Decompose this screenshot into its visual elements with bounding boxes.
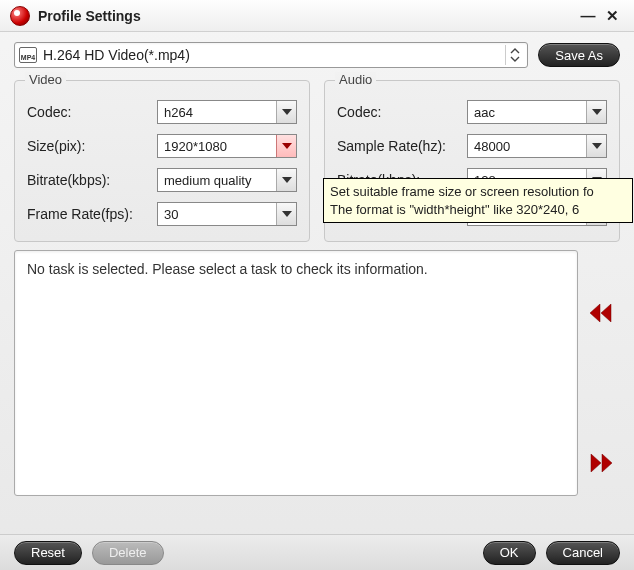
video-bitrate-label: Bitrate(kbps): <box>27 172 157 188</box>
video-bitrate-value: medium quality <box>158 173 276 188</box>
video-group: Video Codec: h264 Size(pix): 1920*1080 B… <box>14 80 310 242</box>
video-size-select[interactable]: 1920*1080 <box>157 134 297 158</box>
audio-codec-value: aac <box>468 105 586 120</box>
mp4-format-icon: MP4 <box>19 47 37 63</box>
cancel-button[interactable]: Cancel <box>546 541 620 565</box>
video-size-value: 1920*1080 <box>158 139 276 154</box>
double-left-icon <box>590 304 612 322</box>
video-codec-label: Codec: <box>27 104 157 120</box>
app-icon <box>10 6 30 26</box>
ok-button[interactable]: OK <box>483 541 536 565</box>
video-codec-value: h264 <box>158 105 276 120</box>
chevron-down-icon <box>586 135 606 157</box>
next-button[interactable] <box>586 450 616 476</box>
profile-select-value: H.264 HD Video(*.mp4) <box>43 47 505 63</box>
audio-group-title: Audio <box>335 72 376 87</box>
chevron-down-icon <box>586 101 606 123</box>
audio-rate-label: Sample Rate(hz): <box>337 138 467 154</box>
double-right-icon <box>590 454 612 472</box>
reset-button[interactable]: Reset <box>14 541 82 565</box>
chevron-updown-icon <box>505 45 523 65</box>
save-as-button[interactable]: Save As <box>538 43 620 67</box>
title-bar: Profile Settings — ✕ <box>0 0 634 32</box>
audio-codec-select[interactable]: aac <box>467 100 607 124</box>
chevron-down-icon <box>276 101 296 123</box>
minimize-button[interactable]: — <box>576 6 600 26</box>
footer-bar: Reset Delete OK Cancel <box>0 534 634 570</box>
video-fps-label: Frame Rate(fps): <box>27 206 157 222</box>
audio-rate-value: 48000 <box>468 139 586 154</box>
size-tooltip: Set suitable frame size or screen resolu… <box>323 178 633 223</box>
audio-rate-select[interactable]: 48000 <box>467 134 607 158</box>
task-info-text: No task is selected. Please select a tas… <box>27 261 428 277</box>
audio-codec-label: Codec: <box>337 104 467 120</box>
chevron-down-icon <box>276 135 296 157</box>
task-info-panel: No task is selected. Please select a tas… <box>14 250 578 496</box>
delete-button[interactable]: Delete <box>92 541 164 565</box>
profile-select[interactable]: MP4 H.264 HD Video(*.mp4) <box>14 42 528 68</box>
video-fps-select[interactable]: 30 <box>157 202 297 226</box>
window-title: Profile Settings <box>38 8 576 24</box>
close-button[interactable]: ✕ <box>600 6 624 26</box>
video-codec-select[interactable]: h264 <box>157 100 297 124</box>
video-group-title: Video <box>25 72 66 87</box>
chevron-down-icon <box>276 169 296 191</box>
video-fps-value: 30 <box>158 207 276 222</box>
prev-button[interactable] <box>586 300 616 326</box>
chevron-down-icon <box>276 203 296 225</box>
video-bitrate-select[interactable]: medium quality <box>157 168 297 192</box>
video-size-label: Size(pix): <box>27 138 157 154</box>
